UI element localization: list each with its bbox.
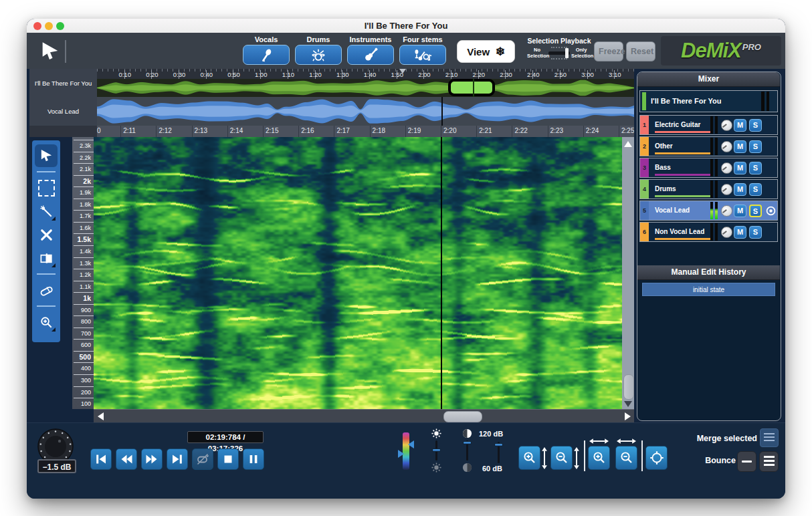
scroll-down-button[interactable] [622, 398, 634, 409]
zoom-in-horizontal-button[interactable] [588, 446, 610, 470]
mute-button[interactable]: M [734, 226, 746, 239]
stem-button-instruments[interactable] [347, 45, 394, 65]
tool-clone[interactable] [35, 247, 58, 269]
stem-label: Four stems [399, 35, 446, 44]
tool-eraser[interactable] [35, 279, 58, 301]
mixer-track-row[interactable]: 2OtherMS [639, 136, 778, 156]
frequency-gridline: 300 [74, 374, 94, 387]
record-target-icon[interactable] [765, 205, 777, 217]
view-button[interactable]: View ❄ [457, 40, 515, 63]
zoom-out-horizontal-button[interactable] [615, 446, 637, 470]
mixer-master-row[interactable]: I'll Be There For You [639, 90, 778, 112]
tool-delete[interactable] [35, 223, 58, 246]
selection-playback-title: Selection Playback [527, 37, 591, 45]
vocal-waveform[interactable] [97, 97, 634, 126]
mute-button[interactable]: M [734, 140, 746, 153]
scroll-left-button[interactable] [95, 410, 106, 423]
vertical-scroll-thumb[interactable] [623, 374, 634, 400]
ruler-tick: 2:21 [476, 126, 477, 137]
reset-button[interactable]: Reset [626, 41, 655, 61]
bounce-all-button[interactable] [759, 451, 779, 472]
tool-wand[interactable] [35, 200, 58, 223]
track-volume-knob[interactable] [721, 120, 732, 131]
horizontal-scrollbar[interactable] [94, 409, 634, 423]
scroll-up-button[interactable] [622, 138, 634, 149]
freeze-button[interactable]: Freeze [594, 41, 623, 61]
solo-button[interactable]: S [749, 205, 762, 217]
track-volume-knob[interactable] [721, 184, 732, 195]
frequency-gridline: 1.4k [74, 245, 94, 258]
zoom-out-vertical-button[interactable] [550, 446, 573, 470]
ruler-tick: 0:50 [233, 70, 233, 79]
mixer-track-row[interactable]: 5Vocal LeadMS [639, 201, 778, 221]
ruler-tick-label: 0:20 [142, 71, 162, 78]
track-volume-knob[interactable] [721, 162, 732, 174]
stem-button-drums[interactable] [295, 45, 342, 65]
mute-button[interactable]: M [734, 162, 746, 174]
stop-button[interactable] [217, 448, 239, 470]
tool-zoom[interactable] [35, 311, 58, 334]
frequency-gridline: 1.8k [74, 199, 94, 211]
ruler-tick: 2:24 [583, 126, 584, 137]
merge-selected-button[interactable] [760, 428, 779, 447]
solo-button[interactable]: S [749, 162, 762, 174]
rewind-button[interactable] [116, 448, 137, 470]
track-volume-knob[interactable] [721, 141, 732, 152]
solo-button[interactable]: S [749, 119, 762, 132]
solo-button[interactable]: S [749, 226, 762, 239]
ruler-tick-label: 2:13 [195, 127, 207, 134]
solo-button[interactable]: S [749, 183, 762, 196]
track-volume-knob[interactable] [721, 205, 732, 217]
stem-button-vocals[interactable] [243, 45, 290, 65]
frequency-label: 2.3k [80, 142, 91, 149]
overview-waveform[interactable] [97, 79, 634, 97]
master-level-meter [761, 92, 769, 111]
mixer-track-row[interactable]: 1Electric GuitarMS [639, 115, 778, 135]
stem-button-four-stems[interactable] [399, 45, 446, 65]
stem-label: Vocals [243, 35, 290, 44]
submenu-corner-icon [52, 263, 56, 267]
zoom-in-vertical-button[interactable] [518, 446, 540, 470]
fast-forward-button[interactable] [141, 448, 163, 470]
selection-playback-slider[interactable] [548, 51, 570, 55]
mixer-track-row[interactable]: 4DrumsMS [639, 179, 778, 199]
bounce-single-button[interactable] [737, 451, 756, 472]
spectrogram-canvas[interactable] [94, 137, 622, 409]
frequency-gridline: 500 [74, 351, 94, 364]
selection-playback-handle[interactable] [565, 48, 569, 58]
mute-button[interactable]: M [734, 183, 746, 196]
track-volume-knob[interactable] [721, 227, 732, 238]
horizontal-scroll-thumb[interactable] [443, 411, 482, 422]
db-range-handle[interactable] [494, 443, 503, 446]
colormap-handle-lower[interactable] [398, 450, 404, 458]
colormap-handle-upper[interactable] [408, 440, 414, 448]
mute-button[interactable]: M [734, 119, 746, 132]
frequency-label: 1.9k [80, 189, 91, 196]
loop-button[interactable] [192, 448, 213, 470]
ruler-tick: 2:11 [120, 126, 121, 137]
history-item[interactable]: initial state [642, 283, 775, 296]
mute-button[interactable]: M [734, 205, 746, 217]
mixer-track-row[interactable]: 3BassMS [639, 158, 778, 178]
playhead-marker-icon[interactable] [399, 69, 406, 74]
mixer-track-row[interactable]: 6Non Vocal LeadMS [639, 222, 778, 242]
merge-selected-label: Merge selected [677, 434, 757, 443]
vertical-scrollbar[interactable] [622, 137, 634, 409]
solo-button[interactable]: S [749, 140, 762, 153]
selection-region[interactable] [448, 79, 495, 96]
frequency-label: 1.6k [80, 225, 91, 231]
overview-ruler[interactable]: 0:100:200:300:400:501:001:101:201:301:40… [97, 69, 634, 79]
skip-start-button[interactable] [90, 448, 112, 470]
db-range-min: 60 dB [482, 465, 502, 473]
vocal-waveform-row[interactable] [97, 97, 634, 126]
pause-button[interactable] [243, 448, 264, 470]
tool-marquee[interactable] [35, 176, 58, 199]
contrast-handle[interactable] [463, 441, 472, 444]
overview-waveform-row[interactable] [97, 79, 634, 97]
zoom-ruler[interactable]: 2:102:112:122:132:142:152:162:172:182:19… [97, 126, 634, 138]
frequency-label: 800 [81, 318, 91, 325]
scroll-right-button[interactable] [622, 410, 633, 423]
tool-pointer[interactable] [35, 144, 58, 167]
skip-end-button[interactable] [167, 448, 188, 470]
brightness-handle[interactable] [432, 448, 441, 452]
